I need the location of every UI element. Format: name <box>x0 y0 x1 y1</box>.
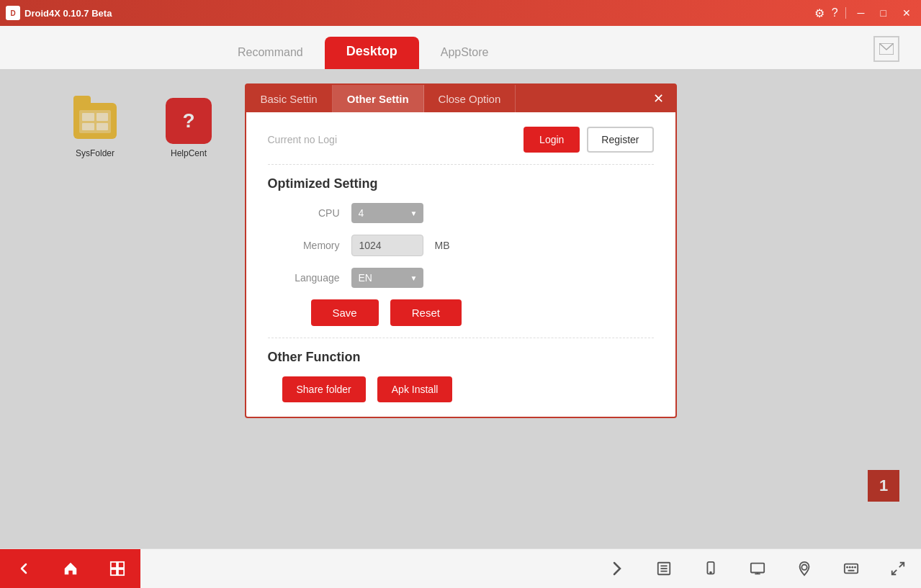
bottombar <box>0 548 921 588</box>
titlebar-right: ⚙ ? ─ □ ✕ <box>814 6 915 20</box>
memory-label: Memory <box>282 240 340 251</box>
login-status: Current no Logi <box>268 134 338 145</box>
help-icon[interactable]: ? <box>832 6 838 19</box>
cpu-label: CPU <box>282 207 340 219</box>
svg-line-22 <box>891 570 896 574</box>
mail-icon[interactable] <box>873 36 899 62</box>
register-button[interactable]: Register <box>587 127 653 153</box>
maximize-button[interactable]: □ <box>876 6 891 20</box>
titlebar-left: D Droid4X 0.10.7 Beta <box>6 6 112 20</box>
svg-point-14 <box>801 565 807 570</box>
screen-button[interactable] <box>734 549 781 589</box>
language-select-wrapper: EN ZH <box>351 268 423 288</box>
fullscreen-button[interactable] <box>874 549 921 589</box>
language-select[interactable]: EN ZH <box>351 268 423 288</box>
language-label: Language <box>282 272 340 284</box>
dialog-tab-basic[interactable]: Basic Settin <box>246 85 333 112</box>
language-row: Language EN ZH <box>282 268 654 288</box>
app-title: Droid4X 0.10.7 Beta <box>24 8 112 19</box>
memory-unit: MB <box>435 240 450 251</box>
minimize-button[interactable]: ─ <box>853 6 869 20</box>
dialog-body: Current no Logi Login Register Optimized… <box>246 112 675 417</box>
tab-recommand[interactable]: Recommand <box>216 39 325 69</box>
location-button[interactable] <box>781 549 827 589</box>
other-function-buttons: Share folder Apk Install <box>268 376 654 402</box>
apk-install-button[interactable]: Apk Install <box>377 376 453 402</box>
tab-desktop[interactable]: Desktop <box>325 37 419 69</box>
dialog-close-button[interactable]: ✕ <box>649 91 668 107</box>
action-buttons: Save Reset <box>268 299 654 338</box>
svg-point-10 <box>710 572 711 574</box>
svg-rect-11 <box>750 564 763 573</box>
main-area: SysFolder ? HelpCent Basic Settin Other … <box>0 69 921 548</box>
keyboard-button[interactable] <box>827 549 874 589</box>
titlebar-divider <box>845 7 846 19</box>
optimized-section-title: Optimized Setting <box>268 176 654 191</box>
cpu-select[interactable]: 4 2 1 <box>351 203 423 223</box>
phone-button[interactable] <box>687 549 734 589</box>
svg-rect-3 <box>110 569 116 575</box>
home-button[interactable] <box>47 549 94 589</box>
save-button[interactable]: Save <box>311 299 379 326</box>
tab-appstore[interactable]: AppStore <box>419 39 511 69</box>
dialog-header: Basic Settin Other Settin Close Option ✕ <box>246 85 675 112</box>
login-row: Current no Logi Login Register <box>268 127 654 165</box>
cpu-select-wrapper: 4 2 1 <box>351 203 423 223</box>
back-button[interactable] <box>0 549 47 589</box>
svg-rect-2 <box>117 562 123 568</box>
settings-grid: CPU 4 2 1 Memory MB Language <box>268 203 654 288</box>
svg-rect-15 <box>844 564 857 574</box>
arrow-right-button[interactable] <box>593 549 640 589</box>
svg-rect-4 <box>117 569 123 575</box>
other-section-title: Other Function <box>268 350 654 365</box>
apps-button[interactable] <box>94 549 140 589</box>
svg-rect-1 <box>110 562 116 568</box>
list-button[interactable] <box>640 549 687 589</box>
close-button[interactable]: ✕ <box>898 6 915 20</box>
login-buttons: Login Register <box>524 127 653 153</box>
svg-line-21 <box>899 563 903 567</box>
share-folder-button[interactable]: Share folder <box>282 376 366 402</box>
login-button[interactable]: Login <box>524 127 580 153</box>
bottombar-right <box>593 549 921 589</box>
cpu-row: CPU 4 2 1 <box>282 203 654 223</box>
app-logo: D <box>6 6 20 20</box>
memory-row: Memory MB <box>282 235 654 256</box>
reset-button[interactable]: Reset <box>390 299 462 326</box>
dialog-tab-close[interactable]: Close Option <box>424 85 516 112</box>
tabbar: Recommand Desktop AppStore <box>0 26 921 69</box>
titlebar: D Droid4X 0.10.7 Beta ⚙ ? ─ □ ✕ <box>0 0 921 26</box>
settings-dialog: Basic Settin Other Settin Close Option ✕… <box>245 83 677 418</box>
memory-input[interactable] <box>351 235 423 256</box>
bottombar-left <box>0 549 140 589</box>
settings-icon[interactable]: ⚙ <box>814 6 825 20</box>
dialog-tab-other[interactable]: Other Settin <box>333 85 424 112</box>
